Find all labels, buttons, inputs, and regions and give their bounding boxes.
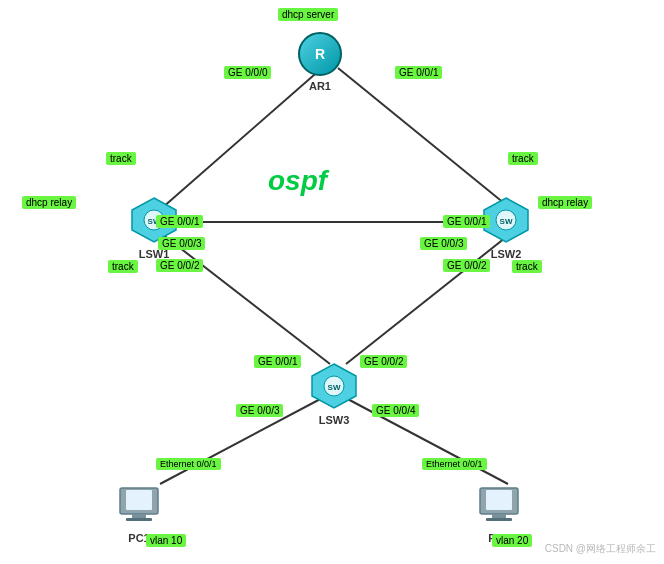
svg-rect-17	[126, 490, 152, 510]
track-lsw1-bottom: track	[108, 260, 138, 273]
ar1-label: AR1	[309, 80, 331, 92]
svg-rect-18	[132, 514, 146, 518]
lsw3-switch-icon: SW	[310, 362, 358, 410]
pc2-icon	[476, 482, 522, 528]
ge-lsw3-lsw2-label: GE 0/0/2	[360, 355, 407, 368]
lsw3-label: LSW3	[319, 414, 350, 426]
dhcp-server-tag: dhcp server	[278, 8, 338, 21]
ar1-node[interactable]: R AR1	[298, 32, 342, 92]
ge-lsw3-lsw1-label: GE 0/0/1	[254, 355, 301, 368]
ge-lsw1-ar1-label: GE 0/0/1	[156, 215, 203, 228]
ge-ar1-lsw2-label: GE 0/0/1	[395, 66, 442, 79]
ge-lsw2-lsw3-label: GE 0/0/2	[443, 259, 490, 272]
ge-ar1-lsw1-label: GE 0/0/0	[224, 66, 271, 79]
watermark: CSDN @网络工程师余工	[545, 542, 656, 556]
eth-pc2-label: Ethernet 0/0/1	[422, 458, 487, 470]
lsw3-node[interactable]: SW LSW3	[310, 362, 358, 426]
track-lsw1-top: track	[106, 152, 136, 165]
ge-lsw3-pc2-label: GE 0/0/4	[372, 404, 419, 417]
svg-text:SW: SW	[500, 217, 513, 226]
svg-rect-19	[126, 518, 152, 521]
dhcp-relay-lsw2: dhcp relay	[538, 196, 592, 209]
ge-lsw1-lsw2-label: GE 0/0/3	[158, 237, 205, 250]
vlan20-label: vlan 20	[492, 534, 532, 547]
ospf-label: ospf	[268, 165, 327, 197]
svg-text:SW: SW	[328, 383, 341, 392]
svg-rect-22	[492, 514, 506, 518]
svg-line-3	[162, 234, 330, 364]
dhcp-relay-lsw1: dhcp relay	[22, 196, 76, 209]
ge-lsw1-lsw3-label: GE 0/0/2	[156, 259, 203, 272]
lsw2-node[interactable]: SW LSW2	[482, 196, 530, 260]
ge-lsw3-pc1-label: GE 0/0/3	[236, 404, 283, 417]
svg-line-1	[338, 68, 510, 208]
lsw1-node[interactable]: SW LSW1	[130, 196, 178, 260]
lsw2-label: LSW2	[491, 248, 522, 260]
vlan10-label: vlan 10	[146, 534, 186, 547]
svg-rect-21	[486, 490, 512, 510]
pc1-icon	[116, 482, 162, 528]
eth-pc1-label: Ethernet 0/0/1	[156, 458, 221, 470]
router-icon: R	[298, 32, 342, 76]
network-diagram: dhcp server R AR1 ospf track track track…	[0, 0, 664, 564]
svg-rect-23	[486, 518, 512, 521]
svg-line-6	[342, 396, 508, 484]
track-lsw2-top: track	[508, 152, 538, 165]
ge-lsw2-ar1-label: GE 0/0/1	[443, 215, 490, 228]
ge-lsw2-lsw1-label: GE 0/0/3	[420, 237, 467, 250]
track-lsw2-bottom: track	[512, 260, 542, 273]
